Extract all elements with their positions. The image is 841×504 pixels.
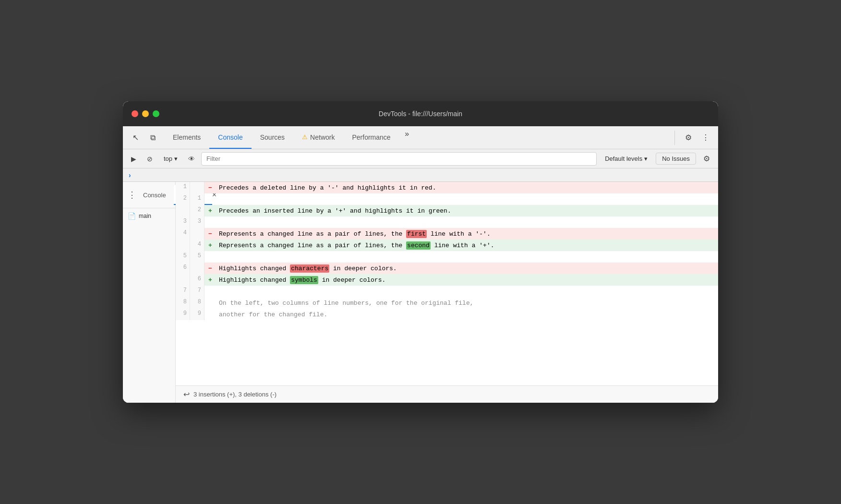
diff-text-12: another for the changed file. <box>219 311 327 318</box>
toolbar-left-icons: ↖ ⧉ <box>128 130 160 145</box>
diff-row-9-inserted: 6 + Highlights changed symbols in deeper… <box>176 274 718 286</box>
file-icon: 📄 <box>128 212 136 220</box>
context-dropdown[interactable]: top ▾ <box>159 153 182 165</box>
close-traffic-light[interactable] <box>132 110 138 117</box>
diff-row-8-deleted: 6 − Highlights changed characters in dee… <box>176 263 718 274</box>
console-prompt-row: › <box>123 168 718 182</box>
settings-button[interactable]: ⚙ <box>681 130 696 145</box>
cursor-icon: ↖ <box>132 133 139 142</box>
sidebar: ⋮ Console Changes × × 📄 main <box>123 182 176 403</box>
device-toggle-button[interactable]: ⧉ <box>145 130 160 145</box>
sidebar-item-main[interactable]: 📄 main <box>123 208 175 224</box>
customize-button[interactable]: ⋮ <box>698 130 713 145</box>
eye-button[interactable]: 👁 <box>185 152 198 166</box>
line-content-5: − Represents a changed line as a pair of… <box>204 228 718 240</box>
line-content-4 <box>204 216 718 228</box>
tab-console[interactable]: Console <box>209 126 251 149</box>
content-area: ⋮ Console Changes × × 📄 main <box>123 182 718 403</box>
line-content-12: another for the changed file. <box>204 309 718 320</box>
diff-text-5b: line with a '-'. <box>427 230 491 238</box>
tab-elements[interactable]: Elements <box>164 126 209 149</box>
line-nums-11: 8 8 <box>176 297 204 309</box>
diff-view: 1 − Precedes a deleted line by a '-' and… <box>176 182 718 385</box>
line-nums-9: 6 <box>176 274 204 286</box>
sidebar-menu-button[interactable]: ⋮ <box>128 188 136 202</box>
line-num-new-4: 3 <box>190 216 204 228</box>
diff-text-8b: in deeper colors. <box>329 265 396 272</box>
play-icon: ▶ <box>131 155 136 163</box>
console-toolbar: ▶ ⊘ top ▾ 👁 Default levels ▾ No Issues ⚙ <box>123 149 718 168</box>
line-num-new-5 <box>190 228 204 240</box>
line-content-8: − Highlights changed characters in deepe… <box>204 263 718 274</box>
diff-row-4: 3 3 <box>176 216 718 228</box>
more-tabs-button[interactable]: » <box>399 126 415 142</box>
line-num-new-6: 4 <box>190 240 204 251</box>
line-nums-3: 2 <box>176 205 204 216</box>
main-tabs: Elements Console Sources ⚠ Network Perfo… <box>164 126 671 149</box>
diff-text-6a: Represents a changed line as a pair of l… <box>219 242 406 249</box>
diff-text-6b: line with a '+'. <box>431 242 494 249</box>
diff-marker-11 <box>208 300 217 307</box>
diff-marker-5: − <box>208 230 217 238</box>
line-num-new-8 <box>190 263 204 274</box>
footer-summary: 3 insertions (+), 3 deletions (-) <box>193 391 276 398</box>
maximize-traffic-light[interactable] <box>153 110 159 117</box>
console-settings-button[interactable]: ⚙ <box>699 151 714 167</box>
tab-network[interactable]: ⚠ Network <box>293 126 343 149</box>
line-nums-6: 4 <box>176 240 204 251</box>
layers-icon: ⧉ <box>150 133 156 142</box>
line-num-old-4: 3 <box>176 216 190 228</box>
traffic-lights <box>132 110 159 117</box>
dots-vertical-icon: ⋮ <box>702 133 709 142</box>
line-content-2 <box>204 193 718 205</box>
line-num-old-10: 7 <box>176 286 190 297</box>
diff-marker-6: + <box>208 242 217 249</box>
line-num-old-3 <box>176 205 190 216</box>
sidebar-tab-console[interactable]: Console <box>136 189 173 201</box>
line-content-11: On the left, two columns of line numbers… <box>204 297 718 309</box>
devtools-window: DevTools - file:///Users/main ↖ ⧉ Elemen… <box>123 101 718 403</box>
line-num-old-5: 4 <box>176 228 190 240</box>
diff-marker-9: + <box>208 276 217 284</box>
chevron-down-icon: ▾ <box>644 155 648 162</box>
line-num-new-11: 8 <box>190 297 204 309</box>
diff-row-5-deleted: 4 − Represents a changed line as a pair … <box>176 228 718 240</box>
diff-text-8a: Highlights changed <box>219 265 290 272</box>
diff-row-7: 5 5 <box>176 251 718 263</box>
line-num-old-1: 1 <box>176 182 190 193</box>
filter-input[interactable] <box>201 152 597 166</box>
diff-text-1: Precedes a deleted line by a '-' and hig… <box>219 184 436 192</box>
line-num-old-9 <box>176 274 190 286</box>
tab-sources[interactable]: Sources <box>252 126 293 149</box>
execute-script-button[interactable]: ▶ <box>127 152 140 166</box>
line-num-new-3: 2 <box>190 205 204 216</box>
sidebar-header: ⋮ Console Changes × × <box>123 182 175 208</box>
diff-marker-7 <box>208 253 217 261</box>
diff-marker-8: − <box>208 265 217 272</box>
line-content-6: + Represents a changed line as a pair of… <box>204 240 718 251</box>
diff-marker-12 <box>208 311 217 318</box>
line-num-old-6 <box>176 240 190 251</box>
footer: ↩ 3 insertions (+), 3 deletions (-) <box>176 385 718 403</box>
line-nums-4: 3 3 <box>176 216 204 228</box>
ban-icon: ⊘ <box>147 155 153 163</box>
minimize-traffic-light[interactable] <box>142 110 149 117</box>
gear-icon: ⚙ <box>685 133 692 142</box>
chevron-down-icon: ▾ <box>174 155 178 162</box>
diff-text-9a: Highlights changed <box>219 276 290 284</box>
issues-button[interactable]: No Issues <box>656 153 696 165</box>
line-nums-8: 6 <box>176 263 204 274</box>
clear-console-button[interactable]: ⊘ <box>143 152 156 166</box>
diff-row-6-inserted: 4 + Represents a changed line as a pair … <box>176 240 718 251</box>
main-toolbar: ↖ ⧉ Elements Console Sources ⚠ Network P… <box>123 126 718 149</box>
diff-marker-1: − <box>208 184 217 192</box>
line-num-new-9: 6 <box>190 274 204 286</box>
log-levels-dropdown[interactable]: Default levels ▾ <box>600 153 653 165</box>
tab-performance[interactable]: Performance <box>343 126 399 149</box>
diff-highlight-9: symbols <box>290 276 318 284</box>
inspect-element-button[interactable]: ↖ <box>128 130 143 145</box>
line-num-new-7: 5 <box>190 251 204 263</box>
line-nums-1: 1 <box>176 182 204 193</box>
line-nums-2: 2 1 <box>176 193 204 205</box>
toolbar-divider <box>674 131 675 145</box>
